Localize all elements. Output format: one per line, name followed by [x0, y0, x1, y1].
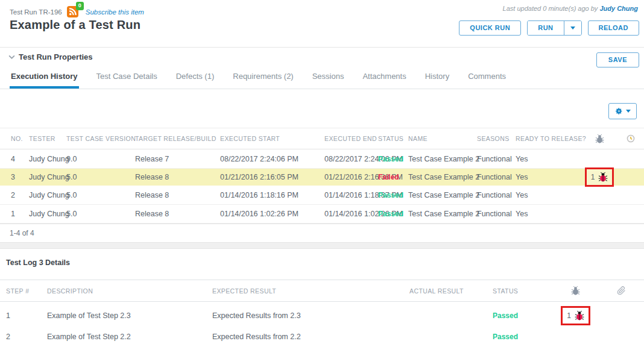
col-description[interactable]: DESCRIPTION: [47, 287, 212, 295]
col-executed-start[interactable]: EXECUTED START: [220, 135, 324, 142]
cell-start: 08/22/2017 2:24:06 PM: [220, 155, 324, 163]
col-expected-result[interactable]: EXPECTED RESULT: [212, 287, 409, 295]
cell-seasons: Functional: [477, 191, 516, 199]
col-target-release[interactable]: TARGET RELEASE/BUILD: [135, 135, 220, 142]
run-dropdown-button[interactable]: [564, 21, 581, 35]
run-button[interactable]: RUN: [528, 21, 563, 35]
tab-sessions[interactable]: Sessions: [311, 66, 346, 89]
test-log-steps-table: STEP # DESCRIPTION EXPECTED RESULT ACTUA…: [0, 280, 644, 343]
test-run-properties-bar: Test Run Properties SAVE: [0, 47, 644, 66]
cell-version: 5.0: [66, 173, 135, 181]
execution-table-header: NO. TESTER TEST CASE VERSION TARGET RELE…: [0, 128, 644, 149]
cell-status: Passed: [378, 155, 408, 163]
chevron-down-icon[interactable]: [8, 55, 15, 59]
bug-icon[interactable]: [598, 172, 608, 183]
tab-attachments[interactable]: Attachments: [361, 66, 407, 89]
cell-name: Test Case Example 2: [408, 210, 477, 218]
cell-start: 01/14/2016 1:02:26 PM: [220, 210, 324, 218]
test-log-title: Test Log 3 Details: [6, 258, 70, 267]
table-row-selected[interactable]: 3 Judy Chung 5.0 Release 8 01/21/2016 2:…: [0, 169, 644, 186]
col-test-case-version[interactable]: TEST CASE VERSION: [66, 135, 135, 142]
execution-history-table: NO. TESTER TEST CASE VERSION TARGET RELE…: [0, 128, 644, 242]
col-step-defects[interactable]: [553, 286, 598, 296]
cell-end: 01/21/2016 2:16:38 PM: [324, 173, 378, 181]
cell-ready: Yes: [516, 173, 582, 181]
cell-expected-result: Expected Results from 2.3: [212, 311, 409, 320]
tab-requirements[interactable]: Requirements (2): [232, 66, 294, 89]
tab-execution-history[interactable]: Execution History: [10, 66, 79, 89]
rss-icon[interactable]: 0: [67, 6, 78, 17]
gear-icon: [615, 107, 623, 115]
cell-start: 01/21/2016 2:16:05 PM: [220, 173, 324, 181]
col-tester[interactable]: TESTER: [29, 135, 66, 142]
cell-status: Passed: [378, 191, 408, 199]
quick-run-button[interactable]: QUICK RUN: [459, 20, 521, 36]
cell-step-number: 2: [6, 333, 47, 341]
col-actual-result[interactable]: ACTUAL RESULT: [409, 287, 493, 295]
tab-test-case-details[interactable]: Test Case Details: [95, 66, 159, 89]
cell-seasons: Functional: [477, 155, 516, 163]
col-step-status[interactable]: STATUS: [493, 287, 553, 295]
steps-table-header: STEP # DESCRIPTION EXPECTED RESULT ACTUA…: [0, 280, 644, 302]
tab-bar: Execution History Test Case Details Defe…: [0, 66, 644, 89]
page-header: Test Run TR-196 0 Subscribe this item Ex…: [0, 0, 644, 47]
cell-release: Release 7: [135, 155, 220, 163]
pagination-status: 1-4 of 4: [0, 224, 644, 242]
col-executed-end[interactable]: EXECUTED END: [324, 135, 378, 142]
page-title: Example of a Test Run: [10, 18, 140, 32]
cell-step-defects: 1: [553, 306, 598, 325]
cell-step-status: Passed: [493, 333, 553, 341]
table-row[interactable]: 4 Judy Chung 9.0 Release 7 08/22/2017 2:…: [0, 149, 644, 169]
col-execution-time[interactable]: [617, 134, 644, 143]
col-seasons[interactable]: SEASONS: [477, 135, 516, 142]
tab-comments[interactable]: Comments: [467, 66, 507, 89]
bug-icon[interactable]: [575, 310, 584, 321]
cell-description: Example of Test Step 2.2: [47, 333, 212, 341]
cell-seasons: Functional: [477, 173, 516, 181]
cell-status: Passed: [378, 210, 408, 218]
cell-release: Release 8: [135, 173, 220, 181]
step-row[interactable]: 2 Example of Test Step 2.2 Expected Resu…: [0, 329, 644, 343]
test-run-page: Test Run TR-196 0 Subscribe this item Ex…: [0, 0, 644, 344]
col-step-attachments[interactable]: [598, 286, 644, 295]
cell-name: Test Case Example 2: [408, 191, 477, 199]
defect-count: 1: [567, 311, 571, 320]
defect-count: 1: [591, 173, 595, 181]
table-row[interactable]: 1 Judy Chung 5.0 Release 8 01/14/2016 1:…: [0, 205, 644, 224]
cell-version: 5.0: [66, 191, 135, 199]
paperclip-icon: [617, 286, 626, 295]
last-updated-prefix: Last updated 0 minute(s) ago by: [503, 5, 600, 12]
col-step-number[interactable]: STEP #: [6, 287, 47, 295]
col-no[interactable]: NO.: [11, 135, 29, 142]
cell-ready: Yes: [516, 191, 582, 199]
cell-status: Failed: [378, 173, 408, 181]
clock-icon: [627, 134, 635, 143]
last-updated-user[interactable]: Judy Chung: [599, 5, 638, 12]
run-button-group: RUN: [527, 20, 581, 36]
save-button[interactable]: SAVE: [596, 52, 639, 67]
cell-name: Test Case Example 2: [408, 173, 477, 181]
cell-end: 01/14/2016 1:18:37 PM: [324, 191, 378, 199]
col-status[interactable]: STATUS: [378, 135, 408, 142]
cell-defects: 1: [582, 172, 617, 182]
subscribe-link[interactable]: Subscribe this item: [86, 8, 144, 16]
cell-ready: Yes: [516, 210, 582, 218]
cell-release: Release 8: [135, 191, 220, 199]
cell-no: 4: [11, 155, 29, 163]
col-defects[interactable]: [582, 134, 617, 144]
grid-settings-button[interactable]: [608, 103, 637, 119]
table-row[interactable]: 2 Judy Chung 5.0 Release 8 01/14/2016 1:…: [0, 186, 644, 205]
cell-step-number: 1: [6, 311, 47, 320]
col-ready-to-release[interactable]: READY TO RELEASE?: [516, 135, 582, 142]
test-log-section-header: Test Log 3 Details: [0, 249, 644, 280]
cell-description: Example of Test Step 2.3: [47, 311, 212, 320]
tab-history[interactable]: History: [424, 66, 450, 89]
cell-ready: Yes: [516, 155, 582, 163]
cell-no: 3: [11, 173, 29, 181]
cell-version: 9.0: [66, 155, 135, 163]
col-name[interactable]: NAME: [408, 135, 477, 142]
tab-defects[interactable]: Defects (1): [175, 66, 216, 89]
properties-section-title[interactable]: Test Run Properties: [19, 52, 93, 61]
step-row[interactable]: 1 Example of Test Step 2.3 Expected Resu…: [0, 302, 644, 329]
reload-button[interactable]: RELOAD: [588, 20, 639, 36]
